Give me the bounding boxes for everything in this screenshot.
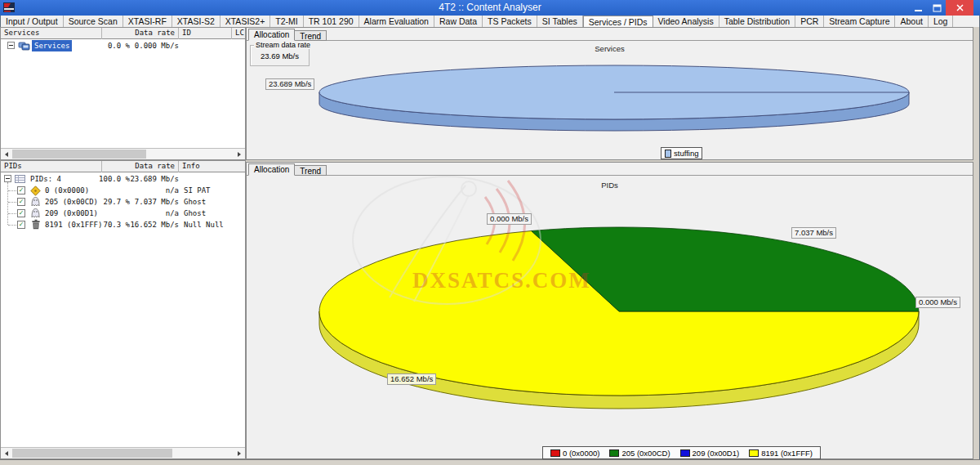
services-group-icon — [18, 41, 30, 51]
pid-checkbox[interactable] — [17, 221, 25, 229]
legend-label-8191: 8191 (0x1FFF) — [761, 449, 813, 458]
col-header-id[interactable]: ID — [179, 28, 232, 39]
pid-checkbox[interactable] — [17, 186, 25, 194]
scroll-right-icon[interactable] — [234, 149, 244, 159]
window-bottom-edge — [0, 459, 980, 465]
tab-input-output[interactable]: Input / Output — [1, 16, 64, 27]
pids-root-label[interactable]: PIDs: 4 — [30, 173, 61, 185]
minimize-button[interactable] — [908, 0, 928, 16]
tab-alarm-evaluation[interactable]: Alarm Evaluation — [359, 16, 434, 27]
services-root-rate: 0.000 Mb/s — [126, 40, 179, 51]
pie-label-8191-value: 16.652 Mb/s — [387, 373, 436, 385]
services-root-row[interactable]: Services 0.0 % 0.000 Mb/s — [1, 40, 245, 51]
tab-xtasis2plus[interactable]: XTASIS2+ — [220, 16, 271, 27]
legend-label-209: 209 (0x00D1) — [693, 449, 740, 458]
stream-data-rate-label: Stream data rate — [254, 41, 312, 49]
pid-checkbox[interactable] — [17, 198, 25, 206]
pids-root-percent: 100.0 % — [73, 173, 130, 185]
scroll-left-icon[interactable] — [1, 448, 11, 458]
tab-tr-101-290[interactable]: TR 101 290 — [304, 16, 359, 27]
tab-table-distribution[interactable]: Table Distribution — [719, 16, 796, 27]
tab-stream-capture[interactable]: Stream Capture — [824, 16, 895, 27]
pid-info: SI PAT — [184, 185, 211, 196]
ghost-icon — [30, 196, 41, 207]
pid-row-0[interactable]: 0 (0x0000) n/a SI PAT — [1, 185, 245, 196]
tab-si-tables[interactable]: SI Tables — [537, 16, 583, 27]
services-pie-chart — [247, 28, 973, 159]
window-title: 4T2 :: Content Analyser — [0, 0, 980, 16]
tab-raw-data[interactable]: Raw Data — [434, 16, 483, 27]
tab-ts-packets[interactable]: TS Packets — [483, 16, 537, 27]
pid-rate: n/a — [126, 208, 179, 219]
tab-t2-mi[interactable]: T2-MI — [270, 16, 303, 27]
legend-label-stuffing: stuffing — [674, 149, 698, 158]
tab-xtasi-s2[interactable]: XTASI-S2 — [172, 16, 220, 27]
pie-label-205-value: 7.037 Mb/s — [791, 227, 836, 239]
services-root-label[interactable]: Services — [32, 40, 72, 51]
maximize-icon — [933, 4, 942, 12]
pids-table-panel: PIDs Data rate Info PIDs: 4 100.0 % 23.6… — [0, 160, 246, 459]
tab-source-scan[interactable]: Source Scan — [64, 16, 123, 27]
services-table-panel: Services Data rate ID LC Services 0.0 % … — [0, 27, 246, 160]
pie-label-209-value: 0.000 Mb/s — [487, 213, 532, 225]
pid-label[interactable]: 209 (0x00D1) — [45, 208, 98, 219]
tab-about[interactable]: About — [895, 16, 928, 27]
scroll-right-icon[interactable] — [234, 448, 244, 458]
tab-allocation[interactable]: Allocation — [248, 29, 295, 41]
pid-row-205[interactable]: 205 (0x00CD) 29.7 % 7.037 Mb/s Ghost — [1, 196, 245, 208]
tab-trend[interactable]: Trend — [295, 165, 327, 176]
close-icon — [956, 4, 964, 11]
pid-row-209[interactable]: 209 (0x00D1) n/a Ghost — [1, 208, 245, 219]
col-header-lc[interactable]: LC — [232, 28, 247, 39]
scrollbar-thumb[interactable] — [12, 449, 172, 458]
diamond-icon — [30, 186, 41, 196]
tab-pcr[interactable]: PCR — [795, 16, 824, 27]
stream-data-rate-value: 23.69 Mb/s — [251, 51, 309, 60]
pid-rate: 7.037 Mb/s — [126, 196, 179, 208]
legend-color-stuffing — [665, 150, 671, 158]
pid-rate: n/a — [126, 185, 179, 196]
tab-services-pids[interactable]: Services / PIDs — [583, 16, 653, 27]
trash-icon — [31, 219, 41, 230]
pid-label[interactable]: 0 (0x0000) — [45, 185, 89, 196]
legend-color-205 — [609, 449, 619, 457]
scroll-left-icon[interactable] — [1, 149, 11, 159]
pid-percent: 70.3 % — [73, 219, 130, 230]
col-header-pids[interactable]: PIDs — [1, 161, 102, 172]
collapse-expander[interactable] — [4, 175, 11, 182]
legend-label-0: 0 (0x0000) — [563, 449, 599, 458]
pids-pie-chart — [247, 163, 973, 458]
col-header-data-rate[interactable]: Data rate — [102, 161, 179, 172]
col-header-data-rate[interactable]: Data rate — [102, 28, 179, 39]
col-header-info[interactable]: Info — [179, 161, 247, 172]
pid-info: Null Null — [184, 219, 224, 230]
pids-root-row[interactable]: PIDs: 4 100.0 % 23.689 Mb/s — [1, 173, 245, 185]
services-chart-panel: Allocation Trend Stream data rate 23.69 … — [246, 27, 973, 160]
tab-xtasi-rf[interactable]: XTASI-RF — [123, 16, 172, 27]
close-button[interactable] — [946, 0, 973, 16]
tab-allocation[interactable]: Allocation — [248, 163, 295, 176]
stream-data-rate-group: Stream data rate 23.69 Mb/s — [250, 45, 310, 66]
scrollbar-thumb[interactable] — [12, 150, 146, 159]
services-hscrollbar — [1, 148, 245, 159]
main-tab-bar: Input / Output Source Scan XTASI-RF XTAS… — [1, 16, 979, 27]
title-bar: 4T2 :: Content Analyser — [0, 0, 980, 16]
pids-hscrollbar — [1, 447, 245, 458]
services-table-header: Services Data rate ID LC — [1, 28, 245, 39]
pid-list-icon — [15, 175, 25, 183]
legend-color-209 — [680, 449, 690, 457]
tab-log[interactable]: Log — [929, 16, 954, 27]
ghost-icon — [30, 208, 41, 218]
pids-chart-panel: Allocation Trend PIDs DX — [246, 162, 973, 459]
collapse-expander[interactable] — [7, 42, 15, 49]
tab-video-analysis[interactable]: Video Analysis — [653, 16, 719, 27]
services-chart-tabs: Allocation Trend — [248, 29, 327, 41]
col-header-services[interactable]: Services — [1, 28, 102, 39]
maximize-button[interactable] — [928, 0, 946, 16]
pid-row-8191[interactable]: 8191 (0x1FFF) 70.3 % 16.652 Mb/s Null Nu… — [1, 219, 245, 230]
tab-trend[interactable]: Trend — [295, 30, 327, 41]
app-window: 4T2 :: Content Analyser Input / Output S… — [0, 0, 980, 465]
pie-label-0-value: 0.000 Mb/s — [915, 297, 960, 308]
services-root-percent: 0.0 % — [73, 40, 130, 51]
pid-checkbox[interactable] — [17, 209, 25, 217]
